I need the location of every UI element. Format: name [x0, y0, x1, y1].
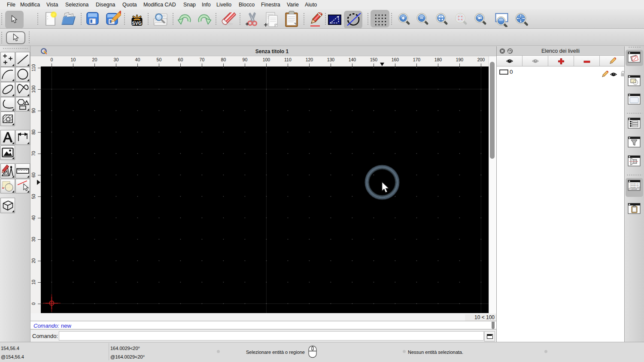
svg-text:SVG: SVG [132, 21, 142, 26]
svg-text:> command: > command [630, 188, 637, 190]
svg-text:Comando: 10x10: Comando: 10x10 [630, 187, 641, 188]
